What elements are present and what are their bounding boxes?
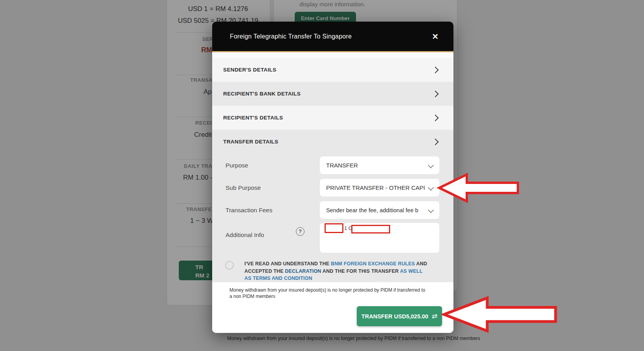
modal-title: Foreign Telegraphic Transfer To Singapor…: [212, 33, 352, 40]
bnm-foreign-exchange-rules-link[interactable]: BNM FOREIGN EXCHANGE RULES: [331, 261, 415, 266]
transaction-fees-select[interactable]: Sender bear the fee, additional fee b: [320, 201, 439, 219]
accordion-label: RECIPIENT'S DETAILS: [223, 115, 283, 121]
transfer-button-label: TRANSFER USD5,025.00: [361, 313, 428, 320]
additional-info-label: Additional Info: [226, 232, 264, 239]
accordion-recipients-bank-details[interactable]: RECIPIENT'S BANK DETAILS: [212, 82, 453, 106]
purpose-value: TRANSFER: [326, 162, 358, 169]
transaction-fees-label: Transaction Fees: [226, 207, 272, 214]
declaration-link[interactable]: DECLARATION: [285, 268, 321, 274]
swap-arrows-icon: ⇄: [432, 312, 437, 320]
chevron-right-icon: [432, 114, 439, 121]
modal-footer: Money withdrawn from your insured deposi…: [212, 282, 453, 333]
terms-text: I'VE READ AND UNDERSTAND THE BNM FOREIGN…: [244, 260, 431, 282]
chevron-down-icon: [428, 185, 434, 191]
transfer-submit-button[interactable]: TRANSFER USD5,025.00 ⇄: [357, 306, 442, 326]
sub-purpose-value: PRIVATE TRANSFER - OTHER CAPI: [326, 184, 425, 191]
accordion-label: RECIPIENT'S BANK DETAILS: [223, 91, 301, 97]
accordion-label: TRANSFER DETAILS: [223, 139, 278, 145]
sub-purpose-label: Sub Purpose: [226, 184, 261, 191]
chevron-right-icon: [432, 90, 439, 97]
terms-part: I'VE READ AND UNDERSTAND THE: [244, 261, 331, 266]
annotation-arrow-sub-purpose: [437, 172, 520, 204]
transfer-details-form: Purpose TRANSFER Sub Purpose PRIVATE TRA…: [212, 154, 453, 282]
purpose-label: Purpose: [226, 162, 248, 169]
accordion-senders-details[interactable]: SENDER'S DETAILS: [212, 58, 453, 82]
redaction-box: [325, 223, 343, 233]
close-icon[interactable]: ✕: [432, 33, 439, 40]
pidm-note: Money withdrawn from your insured deposi…: [229, 287, 429, 300]
annotation-arrow-transfer-button: [442, 296, 558, 333]
foreign-transfer-modal: Foreign Telegraphic Transfer To Singapor…: [212, 22, 453, 333]
accordion-recipients-details[interactable]: RECIPIENT'S DETAILS: [212, 106, 453, 130]
chevron-right-icon: [432, 138, 439, 145]
help-icon[interactable]: ?: [296, 227, 305, 236]
redaction-box: [351, 225, 390, 233]
chevron-right-icon: [432, 66, 439, 73]
chevron-down-icon: [428, 207, 434, 213]
transaction-fees-value: Sender bear the fee, additional fee b: [326, 207, 418, 213]
chevron-down-icon: [428, 162, 434, 169]
sub-purpose-select[interactable]: PRIVATE TRANSFER - OTHER CAPI: [320, 179, 439, 197]
additional-info-textarea[interactable]: 1 O: [320, 223, 439, 253]
screen: USD 1 = RM 4.1276 USD 5025 = RM 20,741.1…: [0, 0, 644, 351]
terms-checkbox[interactable]: [225, 261, 234, 270]
accordion-label: SENDER'S DETAILS: [223, 67, 276, 73]
terms-part: AND THE FOR THIS TRANSFER: [321, 268, 400, 274]
accordion-transfer-details[interactable]: TRANSFER DETAILS: [212, 130, 453, 154]
modal-header: Foreign Telegraphic Transfer To Singapor…: [212, 22, 453, 51]
purpose-select[interactable]: TRANSFER: [320, 156, 439, 174]
header-spacer: [212, 52, 453, 58]
